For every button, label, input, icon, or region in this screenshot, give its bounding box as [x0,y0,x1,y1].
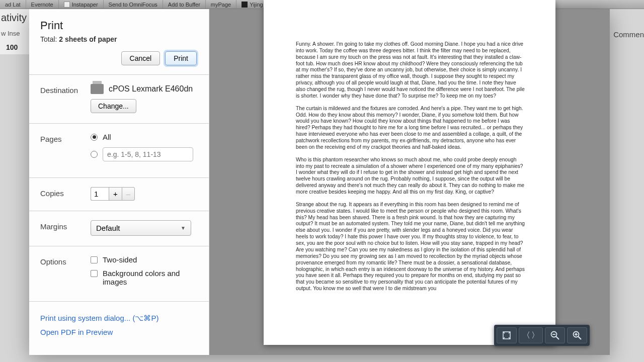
options-label: Options [40,255,91,266]
destination-label: Destination [40,84,91,95]
bookmark-item[interactable]: Instapaper [59,0,104,9]
copies-increment-button[interactable]: + [109,187,122,201]
margins-label: Margins [40,220,91,231]
bookmark-item[interactable]: ad Lat [0,0,26,9]
print-total: Total: 2 sheets of paper [40,35,198,43]
separator [29,123,209,124]
zoom-in-icon [572,330,582,340]
destination-value: cPOS Lexmark E460dn [109,84,193,94]
print-preview-area: Funny. A shower. I'm going to take my cl… [209,9,610,355]
bookmark-item[interactable]: Evernote [26,0,59,9]
change-destination-button[interactable]: Change... [91,99,136,113]
dialog-button-row: Cancel Print [40,51,198,65]
background-left-edge: ativity w Inse 100 [0,9,30,54]
bookmark-item[interactable]: Add to Buffer [163,0,206,9]
preview-toolbar: 〈 〉 [494,325,590,346]
print-title: Print [40,19,198,32]
print-button[interactable]: Print [165,51,197,65]
preview-paragraph: The curtain is mildewed and the fixtures… [296,106,525,151]
separator [29,301,209,302]
copies-label: Copies [40,187,91,198]
separator [29,74,209,75]
print-panel: Print Total: 2 sheets of paper Cancel Pr… [29,9,209,355]
preview-paragraph: Who is this phantom researcher who knows… [296,157,525,196]
radio-icon[interactable] [91,134,98,141]
zoom-out-icon [550,330,560,340]
preview-paragraph: Strange about the rug. It appears as if … [296,202,525,292]
separator [29,246,209,246]
cancel-button[interactable]: Cancel [121,51,160,65]
zoom-in-button[interactable] [567,327,587,343]
page-nav-buttons[interactable]: 〈 〉 [519,327,543,343]
bookmark-item[interactable]: Send to OmniFocus [104,0,163,9]
zoom-fragment: 100 [1,43,30,51]
preview-page: Funny. A shower. I'm going to take my cl… [264,0,555,345]
pages-range-radio-row[interactable] [91,147,198,161]
print-dialog: Print Total: 2 sheets of paper Cancel Pr… [29,9,610,355]
system-dialog-link[interactable]: Print using system dialog... (⌥⌘P) [40,314,198,323]
copies-decrement-button[interactable]: – [122,187,135,201]
radio-icon[interactable] [91,151,98,158]
menu-fragment: w Inse [1,30,30,37]
doc-title-fragment: ativity [1,12,30,24]
separator [29,177,209,178]
open-pdf-link[interactable]: Open PDF in Preview [40,328,198,336]
printer-icon [91,84,104,94]
bookmark-item[interactable]: myPage [206,0,236,9]
comments-fragment: Commen [613,30,644,39]
margins-select[interactable]: Default ▼ [91,220,191,236]
destination-value-row: cPOS Lexmark E460dn [91,84,198,94]
chevron-down-icon: ▼ [181,225,186,231]
svg-line-5 [578,336,581,339]
preview-paragraph: Funny. A shower. I'm going to take my cl… [296,41,525,100]
next-page-icon: 〉 [531,330,539,341]
instapaper-icon [64,2,70,8]
background-colors-checkbox-row[interactable]: Background colors and images [91,269,198,286]
pages-range-input[interactable] [103,147,193,161]
zoom-out-button[interactable] [545,327,565,343]
separator [29,211,209,211]
pages-label: Pages [40,133,91,143]
copies-stepper: + – [91,187,198,201]
prev-page-icon: 〈 [522,330,530,341]
fit-page-icon [502,331,511,340]
yijing-icon [242,2,248,8]
two-sided-checkbox-row[interactable]: Two-sided [91,255,198,264]
copies-input[interactable] [91,187,109,201]
checkbox-icon[interactable] [91,270,98,277]
fit-page-button[interactable] [497,327,517,343]
checkbox-icon[interactable] [91,256,98,263]
pages-all-radio-row[interactable]: All [91,133,198,141]
svg-line-2 [556,336,559,339]
